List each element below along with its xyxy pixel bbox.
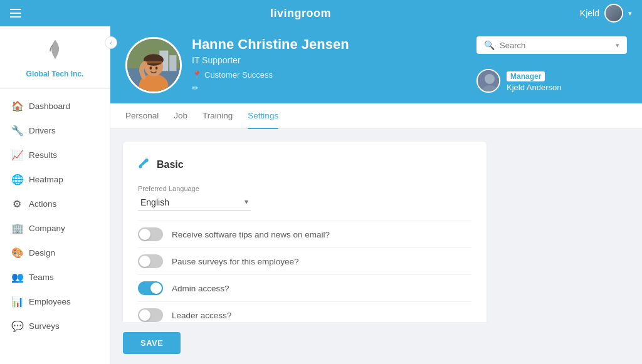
actions-icon: ⚙ bbox=[11, 198, 23, 210]
sidebar-item-employees[interactable]: 📊 Employees bbox=[0, 289, 110, 314]
software-tips-toggle[interactable] bbox=[138, 227, 163, 241]
profile-info: Hanne Christine Jensen IT Supporter 📍 Cu… bbox=[192, 36, 349, 93]
search-dropdown-icon: ▾ bbox=[616, 41, 619, 49]
sidebar-item-label: Surveys bbox=[29, 321, 60, 331]
profile-edit-button[interactable]: ✏ bbox=[192, 83, 199, 93]
user-menu[interactable]: Kjeld ▾ bbox=[580, 4, 632, 23]
manager-avatar bbox=[476, 69, 500, 93]
employees-icon: 📊 bbox=[11, 296, 23, 308]
tab-job[interactable]: Job bbox=[174, 103, 187, 129]
svg-point-11 bbox=[485, 74, 495, 84]
sidebar-item-label: Company bbox=[29, 224, 65, 233]
drivers-icon: 🔧 bbox=[11, 125, 23, 137]
language-label: Preferred Language bbox=[138, 185, 471, 192]
toggle-admin-access: Admin access? bbox=[138, 274, 471, 301]
sidebar-item-label: Design bbox=[29, 248, 55, 257]
hamburger-menu[interactable] bbox=[10, 9, 21, 18]
software-tips-label: Receive software tips and news on email? bbox=[172, 230, 330, 239]
nav-left bbox=[10, 9, 21, 18]
sidebar-item-results[interactable]: 📈 Results bbox=[0, 143, 110, 167]
surveys-icon: 💬 bbox=[11, 320, 23, 332]
search-input[interactable] bbox=[500, 41, 611, 50]
manager-card: Manager Kjeld Anderson bbox=[476, 69, 561, 93]
language-field: Preferred Language English Danish German… bbox=[138, 185, 471, 211]
manager-name: Kjeld Anderson bbox=[507, 83, 561, 92]
save-button[interactable]: SAVE bbox=[123, 332, 181, 354]
sidebar-item-label: Teams bbox=[29, 273, 54, 282]
brand-area: Global Tech Inc. bbox=[0, 26, 110, 89]
basic-section-label: Basic bbox=[157, 159, 184, 170]
profile-department: 📍 Customer Success bbox=[192, 70, 349, 80]
sidebar-item-label: Heatmap bbox=[29, 175, 63, 184]
user-name: Kjeld bbox=[580, 8, 599, 18]
sidebar-item-label: Dashboard bbox=[29, 101, 70, 111]
leader-access-toggle[interactable] bbox=[138, 308, 163, 322]
admin-access-toggle[interactable] bbox=[138, 281, 163, 295]
language-select-wrapper: English Danish German French Spanish bbox=[138, 195, 251, 211]
search-icon: 🔍 bbox=[484, 40, 495, 50]
sidebar-item-company[interactable]: 🏢 Company bbox=[0, 216, 110, 241]
sidebar-item-label: Employees bbox=[29, 297, 71, 306]
sidebar-item-label: Results bbox=[29, 150, 57, 160]
company-icon: 🏢 bbox=[11, 222, 23, 234]
sidebar-item-actions[interactable]: ⚙ Actions bbox=[0, 192, 110, 216]
profile-job-title: IT Supporter bbox=[192, 55, 349, 65]
pause-surveys-toggle[interactable] bbox=[138, 254, 163, 268]
brand-name: Global Tech Inc. bbox=[26, 70, 84, 78]
sidebar: ‹ Global Tech Inc. 🏠 Dashboard 🔧 Drivers… bbox=[0, 26, 110, 364]
svg-point-13 bbox=[139, 165, 142, 169]
svg-point-8 bbox=[155, 66, 158, 70]
sidebar-item-drivers[interactable]: 🔧 Drivers bbox=[0, 118, 110, 143]
tab-settings[interactable]: Settings bbox=[248, 103, 278, 129]
pause-surveys-label: Pause surveys for this employee? bbox=[172, 257, 299, 266]
svg-rect-3 bbox=[169, 55, 176, 71]
svg-rect-9 bbox=[145, 61, 162, 63]
profile-tabs: Personal Job Training Settings bbox=[110, 103, 642, 129]
app-title: livingroom bbox=[270, 7, 331, 20]
profile-avatar bbox=[125, 37, 182, 93]
tab-training[interactable]: Training bbox=[203, 103, 233, 129]
search-box: 🔍 ▾ bbox=[476, 36, 627, 54]
design-icon: 🎨 bbox=[11, 247, 23, 259]
user-avatar bbox=[604, 4, 623, 23]
profile-header: Hanne Christine Jensen IT Supporter 📍 Cu… bbox=[110, 26, 642, 103]
heatmap-icon: 🌐 bbox=[11, 174, 23, 185]
toggle-software-tips: Receive software tips and news on email? bbox=[138, 221, 471, 247]
sidebar-item-heatmap[interactable]: 🌐 Heatmap bbox=[0, 167, 110, 192]
save-bar: SAVE bbox=[110, 322, 642, 364]
manager-info: Manager Kjeld Anderson bbox=[507, 70, 561, 92]
sidebar-nav: 🏠 Dashboard 🔧 Drivers 📈 Results 🌐 Heatma… bbox=[0, 89, 110, 364]
toggle-pause-surveys: Pause surveys for this employee? bbox=[138, 247, 471, 274]
location-icon: 📍 bbox=[192, 70, 202, 80]
sidebar-item-teams[interactable]: 👥 Teams bbox=[0, 265, 110, 289]
wrench-icon bbox=[138, 157, 150, 172]
tab-personal[interactable]: Personal bbox=[125, 103, 159, 129]
language-select[interactable]: English Danish German French Spanish bbox=[138, 195, 251, 211]
top-nav: livingroom Kjeld ▾ bbox=[0, 0, 642, 26]
user-dropdown-icon: ▾ bbox=[628, 9, 632, 18]
brand-logo bbox=[46, 39, 64, 66]
teams-icon: 👥 bbox=[11, 271, 23, 283]
profile-name: Hanne Christine Jensen bbox=[192, 36, 349, 53]
leader-access-label: Leader access? bbox=[172, 311, 231, 320]
settings-card: Basic Preferred Language English Danish … bbox=[123, 142, 487, 322]
edit-icon: ✏ bbox=[192, 83, 199, 93]
sidebar-item-dashboard[interactable]: 🏠 Dashboard bbox=[0, 94, 110, 118]
sidebar-item-design[interactable]: 🎨 Design bbox=[0, 241, 110, 265]
settings-content: Basic Preferred Language English Danish … bbox=[110, 129, 642, 322]
profile-right: 🔍 ▾ Manager Kjeld Anderson bbox=[476, 36, 627, 93]
section-title: Basic bbox=[138, 157, 471, 172]
sidebar-collapse-button[interactable]: ‹ bbox=[105, 36, 117, 49]
manager-badge: Manager bbox=[507, 71, 545, 81]
profile-left: Hanne Christine Jensen IT Supporter 📍 Cu… bbox=[125, 36, 349, 93]
sidebar-item-label: Drivers bbox=[29, 126, 56, 135]
admin-access-label: Admin access? bbox=[172, 284, 229, 293]
svg-point-7 bbox=[149, 66, 152, 70]
sidebar-item-label: Actions bbox=[29, 199, 56, 209]
dashboard-icon: 🏠 bbox=[11, 100, 23, 112]
toggle-leader-access: Leader access? bbox=[138, 301, 471, 322]
sidebar-item-surveys[interactable]: 💬 Surveys bbox=[0, 314, 110, 338]
results-icon: 📈 bbox=[11, 149, 23, 161]
main-content: Hanne Christine Jensen IT Supporter 📍 Cu… bbox=[110, 26, 642, 364]
